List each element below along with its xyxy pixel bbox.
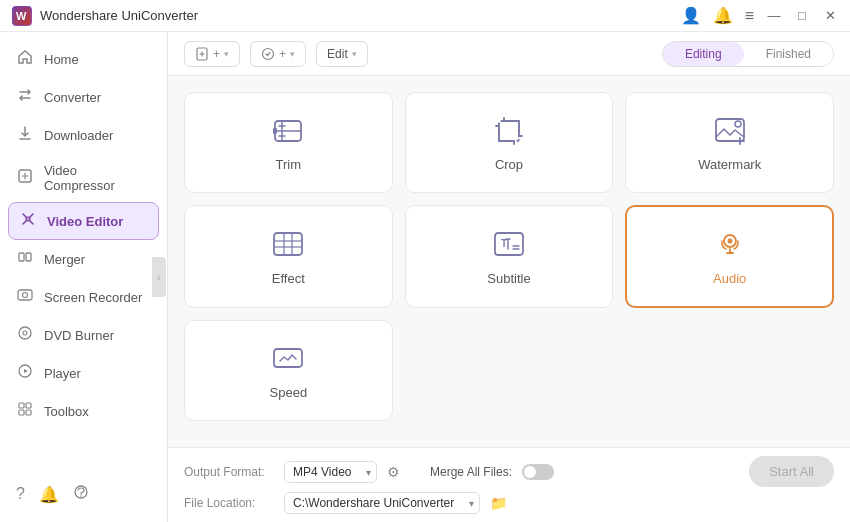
toolbox-icon: [16, 401, 34, 421]
close-button[interactable]: ✕: [822, 8, 838, 23]
folder-open-icon[interactable]: 📁: [490, 495, 507, 511]
format-select-wrap: MP4 Video: [284, 461, 377, 483]
sidebar-collapse-button[interactable]: ‹: [152, 257, 166, 297]
sidebar-item-screen-recorder[interactable]: Screen Recorder: [0, 278, 167, 316]
minimize-button[interactable]: —: [766, 8, 782, 23]
home-icon: [16, 49, 34, 69]
speed-icon: [270, 341, 306, 377]
start-all-button[interactable]: Start All: [749, 456, 834, 487]
feedback-icon[interactable]: [73, 484, 89, 504]
watermark-card[interactable]: Watermark: [625, 92, 834, 193]
subtitle-icon: T: [491, 227, 527, 263]
user-icon[interactable]: 👤: [681, 6, 701, 25]
format-settings-icon[interactable]: ⚙: [387, 464, 400, 480]
converter-icon: [16, 87, 34, 107]
compressor-icon: [16, 168, 34, 188]
sidebar-item-merger[interactable]: Merger: [0, 240, 167, 278]
sidebar-item-video-compressor[interactable]: Video Compressor: [0, 154, 167, 202]
file-location-label: File Location:: [184, 496, 274, 510]
subtitle-card[interactable]: T Subtitle: [405, 205, 614, 308]
svg-rect-13: [19, 410, 24, 415]
tab-finished[interactable]: Finished: [744, 42, 833, 66]
dvd-icon: [16, 325, 34, 345]
maximize-button[interactable]: □: [794, 8, 810, 23]
location-row: File Location: C:\Wondershare UniConvert…: [184, 492, 834, 514]
sidebar-item-dvd-burner[interactable]: DVD Burner: [0, 316, 167, 354]
sidebar-item-toolbox[interactable]: Toolbox: [0, 392, 167, 430]
speed-card[interactable]: Speed: [184, 320, 393, 421]
watermark-icon: [712, 113, 748, 149]
sidebar-item-converter[interactable]: Converter: [0, 78, 167, 116]
svg-point-7: [23, 293, 28, 298]
subtitle-label: Subtitle: [487, 271, 530, 286]
merge-toggle[interactable]: [522, 464, 554, 480]
merge-toggle-knob: [524, 466, 536, 478]
player-icon: [16, 363, 34, 383]
downloader-icon: [16, 125, 34, 145]
add-screen-caret: ▾: [290, 49, 295, 59]
svg-rect-14: [26, 410, 31, 415]
watermark-label: Watermark: [698, 157, 761, 172]
svg-rect-23: [499, 121, 519, 141]
main-layout: Home Converter Downloader Video Compress…: [0, 32, 850, 522]
add-screen-button[interactable]: + ▾: [250, 41, 306, 67]
trim-card[interactable]: Trim: [184, 92, 393, 193]
svg-point-3: [26, 217, 30, 221]
title-bar-controls: 👤 🔔 ≡ — □ ✕: [681, 6, 838, 25]
sidebar-item-downloader[interactable]: Downloader: [0, 116, 167, 154]
svg-point-34: [727, 239, 732, 244]
screen-icon: [261, 47, 275, 61]
video-editor-grid: Trim Crop: [184, 92, 834, 421]
file-location-select-wrap: C:\Wondershare UniConverter: [284, 492, 480, 514]
svg-rect-6: [18, 290, 32, 300]
trim-label: Trim: [276, 157, 302, 172]
sidebar-item-video-editor[interactable]: Video Editor: [8, 202, 159, 240]
svg-point-25: [735, 121, 741, 127]
bottom-bar: Output Format: MP4 Video ⚙ Merge All Fil…: [168, 447, 850, 522]
crop-card[interactable]: Crop: [405, 92, 614, 193]
add-file-caret: ▾: [224, 49, 229, 59]
audio-label: Audio: [713, 271, 746, 286]
help-icon[interactable]: ?: [16, 485, 25, 503]
crop-label: Crop: [495, 157, 523, 172]
svg-rect-4: [19, 253, 24, 261]
title-bar-left: W Wondershare UniConverter: [12, 6, 198, 26]
sidebar-item-home[interactable]: Home: [0, 40, 167, 78]
title-bar: W Wondershare UniConverter 👤 🔔 ≡ — □ ✕: [0, 0, 850, 32]
edit-label: Edit: [327, 47, 348, 61]
screen-recorder-icon: [16, 287, 34, 307]
svg-rect-31: [495, 233, 523, 255]
audio-card[interactable]: Audio: [625, 205, 834, 308]
output-format-label: Output Format:: [184, 465, 274, 479]
format-row: Output Format: MP4 Video ⚙ Merge All Fil…: [184, 456, 834, 487]
bell-icon[interactable]: 🔔: [713, 6, 733, 25]
merge-label: Merge All Files:: [430, 465, 512, 479]
svg-rect-5: [26, 253, 31, 261]
trim-icon: [270, 113, 306, 149]
content-area: + ▾ + ▾ Edit ▾ Editing Finished: [168, 32, 850, 522]
effect-label: Effect: [272, 271, 305, 286]
tab-editing[interactable]: Editing: [663, 42, 744, 66]
sidebar-bottom: ? 🔔: [0, 474, 167, 514]
merger-icon: [16, 249, 34, 269]
edit-dropdown[interactable]: Edit ▾: [316, 41, 368, 67]
speed-label: Speed: [270, 385, 308, 400]
add-screen-label: +: [279, 47, 286, 61]
sidebar-item-player[interactable]: Player: [0, 354, 167, 392]
notification-icon[interactable]: 🔔: [39, 485, 59, 504]
effect-card[interactable]: Effect: [184, 205, 393, 308]
add-file-button[interactable]: + ▾: [184, 41, 240, 67]
edit-caret: ▾: [352, 49, 357, 59]
crop-icon: [491, 113, 527, 149]
sidebar: Home Converter Downloader Video Compress…: [0, 32, 168, 522]
svg-rect-11: [19, 403, 24, 408]
svg-point-8: [19, 327, 31, 339]
file-location-select[interactable]: C:\Wondershare UniConverter: [284, 492, 480, 514]
svg-rect-35: [274, 349, 302, 367]
toolbar: + ▾ + ▾ Edit ▾ Editing Finished: [168, 32, 850, 76]
app-title: Wondershare UniConverter: [40, 8, 198, 23]
svg-point-16: [80, 495, 82, 497]
output-format-select[interactable]: MP4 Video: [284, 461, 377, 483]
add-file-icon: [195, 47, 209, 61]
menu-icon[interactable]: ≡: [745, 7, 754, 25]
